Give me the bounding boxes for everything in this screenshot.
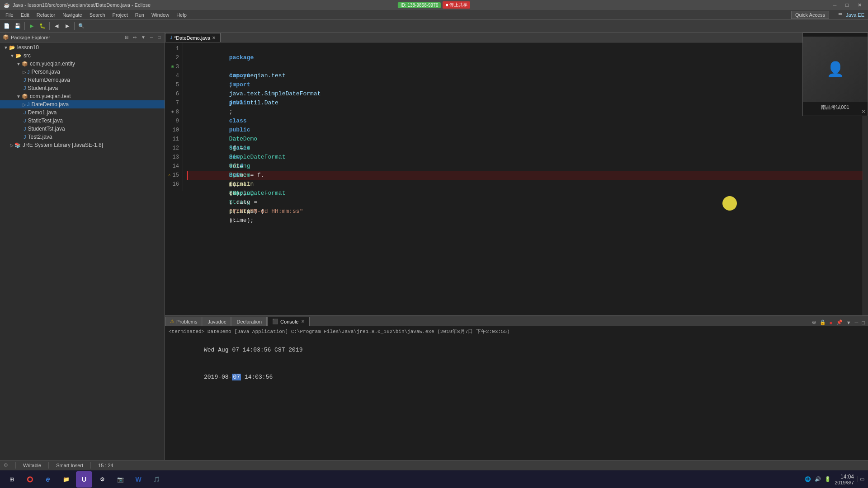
photo-button[interactable]: 📷 xyxy=(112,471,128,488)
maximize-button[interactable]: □ xyxy=(843,2,851,8)
system-cls2: System xyxy=(229,172,250,178)
debug-button[interactable]: 🐛 xyxy=(38,21,47,31)
minimize-bottom-button[interactable]: ─ xyxy=(854,319,860,326)
tree-item-student[interactable]: J Student.java xyxy=(0,84,165,92)
tab-problems[interactable]: ⚠ Problems xyxy=(165,317,202,326)
tree-item-jre[interactable]: ▷ 📚 JRE System Library [JavaSE-1.8] xyxy=(0,141,165,149)
tree-item-test2[interactable]: J Test2.java xyxy=(0,133,165,141)
test2-java-icon: J xyxy=(24,134,26,140)
code-line-10: System . out . println (d); xyxy=(187,126,868,135)
clear-console-button[interactable]: ⊗ xyxy=(811,319,817,326)
menu-edit[interactable]: Edit xyxy=(17,11,33,19)
tree-item-test-package[interactable]: ▼ 📦 com.yueqian.test xyxy=(0,92,165,100)
run-button[interactable]: ▶ xyxy=(27,21,37,31)
video-person-image: 👤 xyxy=(826,61,844,78)
tree-item-statictest[interactable]: J StaticTest.java xyxy=(0,117,165,125)
tab-datedemo[interactable]: J *DateDemo.java ✕ xyxy=(165,33,221,42)
toolbar: 📄 💾 ▶ 🐛 ◀ ▶ 🔍 xyxy=(0,20,868,33)
line-num-2: 2 xyxy=(165,53,183,62)
video-close-button[interactable]: ✕ xyxy=(861,108,866,115)
app4-button[interactable]: U xyxy=(76,471,92,488)
code-lines[interactable]: package com.yueqian.test ; import java.t… xyxy=(183,42,868,191)
ie-button[interactable]: e xyxy=(40,471,56,488)
tab-declaration[interactable]: Declaration xyxy=(231,317,267,326)
save-button[interactable]: 💾 xyxy=(13,21,23,31)
package-explorer-header: 📦 Package Explorer ⊟ ⇔ ▼ ─ □ xyxy=(0,33,165,42)
menu-help[interactable]: Help xyxy=(173,11,190,19)
link-editor-button[interactable]: ⇔ xyxy=(132,34,138,40)
tree-item-lesson10[interactable]: ▼ 📂 lesson10 xyxy=(0,43,165,52)
collapse-all-button[interactable]: ⊟ xyxy=(123,34,130,40)
app4-icon: U xyxy=(82,476,86,483)
menu-file[interactable]: File xyxy=(2,11,17,19)
tab-close-button[interactable]: ✕ xyxy=(212,35,216,40)
scroll-lock-button[interactable]: 🔒 xyxy=(818,319,827,326)
line-num-label-6: 6 xyxy=(176,89,179,99)
tree-item-datedemo[interactable]: ▷ J DateDemo.java xyxy=(0,100,165,108)
back-button[interactable]: ◀ xyxy=(52,21,61,31)
maximize-bottom-button[interactable]: □ xyxy=(860,319,866,326)
show-desktop-button[interactable]: ▭ xyxy=(858,476,864,482)
menu-refactor[interactable]: Refactor xyxy=(33,11,59,19)
panel-menu-button[interactable]: ▼ xyxy=(140,34,147,40)
console-menu-button[interactable]: ▼ xyxy=(845,319,853,326)
word-button[interactable]: W xyxy=(130,471,146,488)
tab-console[interactable]: ⬛ Console ✕ xyxy=(267,317,310,326)
menu-window[interactable]: Window xyxy=(148,11,173,19)
volume-icon[interactable]: 🔊 xyxy=(815,476,821,482)
expand-icon-test: ▼ xyxy=(16,94,21,99)
start-button[interactable]: ⊞ xyxy=(4,471,20,488)
pin-console-button[interactable]: 📌 xyxy=(835,319,844,326)
maximize-panel-button[interactable]: □ xyxy=(156,34,162,40)
line-num-1: 1 xyxy=(165,44,183,53)
tab-javadoc[interactable]: Javadoc xyxy=(203,317,231,326)
tree-item-entity[interactable]: ▼ 📦 com.yueqian.entity xyxy=(0,60,165,68)
tree-item-returndemo[interactable]: J ReturnDemo.java xyxy=(0,76,165,84)
expand-icon-lesson10: ▼ xyxy=(4,45,8,50)
person-java-icon: J xyxy=(27,69,30,75)
java-ee-label[interactable]: Java EE xyxy=(844,12,866,18)
expand-icon-datedemo: ▷ xyxy=(23,102,26,107)
tree-item-demo1[interactable]: J Demo1.java xyxy=(0,108,165,117)
cortana-button[interactable]: ⭕ xyxy=(22,471,38,488)
search-button[interactable]: 🔍 xyxy=(76,21,86,31)
code-editor[interactable]: 1 2 ◉ 3 4 5 xyxy=(165,42,868,315)
stop-process-button[interactable]: ■ xyxy=(828,319,834,326)
indicator-8: ◈ xyxy=(170,108,174,117)
menu-run[interactable]: Run xyxy=(132,11,148,19)
code-line-4: import java.util.Date ; xyxy=(187,71,868,80)
tree-item-studenttst[interactable]: J StudentTst.java xyxy=(0,125,165,133)
console-output-2b: 14:03:56 xyxy=(241,374,273,380)
menu-project[interactable]: Project xyxy=(109,11,132,19)
close-button[interactable]: ✕ xyxy=(855,2,864,8)
plain-13d: (time); xyxy=(229,217,254,224)
clock[interactable]: 14:04 2019/8/7 xyxy=(835,474,854,485)
tab-problems-label: Problems xyxy=(176,319,197,324)
main-layout: 📦 Package Explorer ⊟ ⇔ ▼ ─ □ ▼ 📂 lesson1… xyxy=(0,33,868,460)
tab-console-close[interactable]: ✕ xyxy=(301,319,305,324)
music-icon: 🎵 xyxy=(153,476,160,483)
minimize-panel-button[interactable]: ─ xyxy=(149,34,155,40)
network-icon[interactable]: 🌐 xyxy=(805,476,811,482)
editor-tabs: J *DateDemo.java ✕ xyxy=(165,33,868,42)
explorer-button[interactable]: 📁 xyxy=(58,471,74,488)
settings-button[interactable]: ⚙ xyxy=(94,471,110,488)
menu-search[interactable]: Search xyxy=(86,11,109,19)
line-num-11: 11 xyxy=(165,135,183,144)
window-title: Java - lesson10/src/com/yueqian/test/Dat… xyxy=(13,2,151,8)
title-bar: ☕ Java - lesson10/src/com/yueqian/test/D… xyxy=(0,0,868,10)
stop-share-badge[interactable]: ■ 停止共享 xyxy=(443,1,470,9)
returndemo-java-icon: J xyxy=(24,77,26,83)
quick-access-button[interactable]: Quick Access xyxy=(791,11,829,19)
tree-item-person[interactable]: ▷ J Person.java xyxy=(0,68,165,76)
forward-button[interactable]: ▶ xyxy=(62,21,72,31)
status-sep-3 xyxy=(90,462,91,469)
tree-label-test: com.yueqian.test xyxy=(30,93,71,99)
date-str: "|" xyxy=(233,208,243,215)
music-button[interactable]: 🎵 xyxy=(148,471,165,488)
tree-label-statictest: StaticTest.java xyxy=(28,117,63,124)
minimize-button[interactable]: ─ xyxy=(830,2,840,8)
menu-navigate[interactable]: Navigate xyxy=(59,11,85,19)
new-button[interactable]: 📄 xyxy=(2,21,12,31)
tree-item-src[interactable]: ▼ 📂 src xyxy=(0,52,165,60)
